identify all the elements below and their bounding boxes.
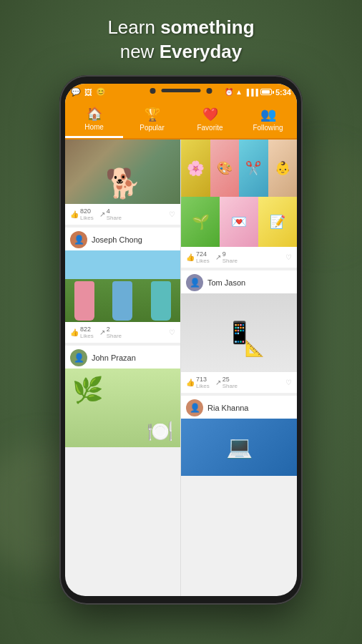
craft-yellow-cell xyxy=(181,140,210,197)
sensor-dot xyxy=(207,88,212,94)
crafts-shares: ↗ 9 Share xyxy=(215,250,238,264)
craft-green-cell xyxy=(181,197,220,247)
post-tom: 👤 Tom Jason 👍 713 Likes xyxy=(181,270,297,393)
ria-avatar[interactable]: 👤 xyxy=(186,399,203,416)
john-user-row: 👤 John Prazan xyxy=(65,346,180,369)
craft-pink-cell xyxy=(210,140,240,197)
smiley-icon: 😊 xyxy=(96,87,106,97)
barrel-teal xyxy=(151,281,171,321)
post-dog-meta: 👍 820 Likes ↗ 4 Share xyxy=(65,204,180,225)
status-left-icons: 💬 🖼 😊 xyxy=(71,87,106,97)
phone-shell: 💬 🖼 😊 ⏰ ▲ ▐▐▐ 5:34 🏠 Home 🏆 Popular xyxy=(59,75,303,605)
heart-icon-4[interactable]: ♡ xyxy=(285,379,292,386)
post-dog: 👍 820 Likes ↗ 4 Share xyxy=(65,140,180,225)
time-display: 5:34 xyxy=(275,88,291,97)
nav-home[interactable]: 🏠 Home xyxy=(65,101,123,138)
phone-stand-visual xyxy=(217,308,260,358)
feed-column-right: 👍 724 Likes ↗ 9 Share xyxy=(181,140,297,596)
thumbs-up-icon: 👍 xyxy=(70,210,79,218)
joseph-meta: 👍 822 Likes ↗ 2 Share xyxy=(65,322,180,343)
post-john: 👤 John Prazan xyxy=(65,346,180,447)
post-joseph: 👤 Joseph Chong 👍 822 xyxy=(65,228,180,343)
ria-user-row: 👤 Ria Khanna xyxy=(181,396,297,419)
nav-following-label: Following xyxy=(253,124,283,132)
alarm-icon: ⏰ xyxy=(225,88,233,96)
following-icon: 👥 xyxy=(260,107,276,122)
post-ria: 👤 Ria Khanna 💻 xyxy=(181,396,297,476)
crafts-grid-image[interactable] xyxy=(181,140,297,247)
joseph-shares: ↗ 2 Share xyxy=(99,326,122,339)
app-headline: Learn something new Everyday xyxy=(93,0,268,75)
battery-icon xyxy=(260,89,272,95)
post-phone-stand-image[interactable] xyxy=(181,293,297,372)
share-icon-4: ↗ xyxy=(215,379,221,386)
craft-card-yellow-cell xyxy=(258,197,297,247)
status-right-icons: ⏰ ▲ ▐▐▐ 5:34 xyxy=(225,88,291,97)
dog-shares: ↗ 4 Share xyxy=(99,208,122,221)
heart-icon-3[interactable]: ♡ xyxy=(285,253,292,261)
tom-avatar[interactable]: 👤 xyxy=(186,274,203,291)
tom-likes: 👍 713 Likes xyxy=(186,376,210,389)
joseph-avatar[interactable]: 👤 xyxy=(70,231,87,248)
post-barrels-image[interactable] xyxy=(65,250,180,322)
thumbs-up-icon-3: 👍 xyxy=(186,253,195,261)
photo-icon: 🖼 xyxy=(84,88,92,97)
post-laptop-image[interactable]: 💻 xyxy=(181,419,297,476)
tom-meta: 👍 713 Likes ↗ 25 Share xyxy=(181,372,297,393)
share-icon-2: ↗ xyxy=(99,328,105,336)
headline-everyday: Everyday xyxy=(160,41,243,62)
post-dog-image[interactable] xyxy=(65,140,180,204)
nav-favorite[interactable]: ❤️ Favorite xyxy=(181,101,239,138)
headline-learn: Learn xyxy=(107,16,155,38)
phone-top-bar xyxy=(150,88,212,94)
nav-popular[interactable]: 🏆 Popular xyxy=(123,101,181,138)
headline-something: something xyxy=(160,16,254,38)
headline-new: new xyxy=(120,41,155,62)
craft-baby-cell xyxy=(268,140,298,197)
tom-user-row: 👤 Tom Jason xyxy=(181,270,297,293)
nav-following[interactable]: 👥 Following xyxy=(239,101,297,138)
signal-icon: ▐▐▐ xyxy=(245,89,258,96)
crafts-likes: 👍 724 Likes xyxy=(186,250,210,264)
barrel-pink xyxy=(74,281,94,321)
ria-avatar-img: 👤 xyxy=(186,399,203,416)
post-crafts: 👍 724 Likes ↗ 9 Share xyxy=(181,140,297,268)
post-plates-image[interactable] xyxy=(65,369,180,447)
crafts-top-row xyxy=(181,140,297,197)
share-icon-3: ↗ xyxy=(215,253,221,261)
heart-icon[interactable]: ♡ xyxy=(169,210,175,218)
favorite-icon: ❤️ xyxy=(202,107,218,122)
heart-icon-2[interactable]: ♡ xyxy=(169,328,175,336)
wifi-icon: ▲ xyxy=(235,88,243,96)
home-icon: 🏠 xyxy=(87,106,102,122)
ria-name: Ria Khanna xyxy=(207,404,249,412)
phone-screen: 💬 🖼 😊 ⏰ ▲ ▐▐▐ 5:34 🏠 Home 🏆 Popular xyxy=(65,84,297,596)
john-name: John Prazan xyxy=(92,353,136,362)
feed-grid: 👍 820 Likes ↗ 4 Share xyxy=(65,140,297,596)
speaker-bar xyxy=(162,89,201,92)
dog-likes: 👍 820 Likes xyxy=(70,208,94,221)
craft-card-pink-cell xyxy=(220,197,258,247)
whatsapp-icon: 💬 xyxy=(71,87,81,97)
crafts-bottom-row xyxy=(181,197,297,247)
john-avatar[interactable]: 👤 xyxy=(70,349,87,366)
thumbs-up-icon-2: 👍 xyxy=(70,328,79,336)
thumbs-up-icon-4: 👍 xyxy=(186,379,195,386)
joseph-user-row: 👤 Joseph Chong xyxy=(65,228,180,250)
nav-home-label: Home xyxy=(84,123,104,131)
tom-name: Tom Jason xyxy=(207,278,245,287)
popular-icon: 🏆 xyxy=(145,107,160,122)
joseph-likes: 👍 822 Likes xyxy=(70,326,94,339)
barrel-blue xyxy=(112,281,132,321)
nav-favorite-label: Favorite xyxy=(197,124,222,132)
joseph-avatar-img: 👤 xyxy=(70,231,87,248)
camera-dot xyxy=(150,88,156,94)
tom-avatar-img: 👤 xyxy=(186,274,203,291)
feed-column-left: 👍 820 Likes ↗ 4 Share xyxy=(65,140,181,596)
share-icon: ↗ xyxy=(99,210,105,218)
navigation-bar: 🏠 Home 🏆 Popular ❤️ Favorite 👥 Following xyxy=(65,101,297,140)
john-avatar-img: 👤 xyxy=(70,349,87,366)
tom-shares: ↗ 25 Share xyxy=(215,376,238,389)
nav-popular-label: Popular xyxy=(140,124,164,132)
joseph-name: Joseph Chong xyxy=(92,235,142,244)
